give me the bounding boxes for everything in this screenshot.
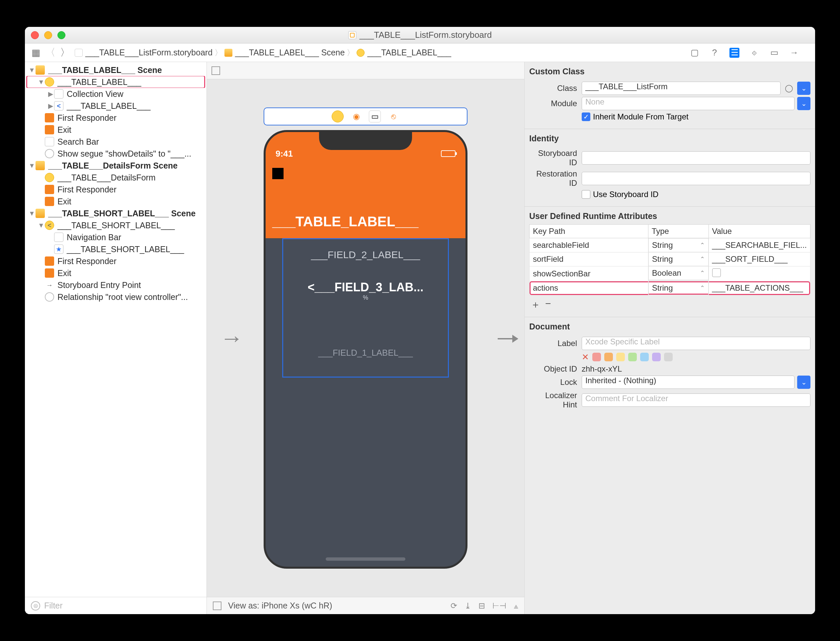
disclosure-icon[interactable]: ▼: [37, 78, 45, 86]
disclosure-icon[interactable]: ▶: [47, 90, 54, 98]
use-storyboard-id-checkbox[interactable]: [582, 190, 590, 199]
disclosure-icon[interactable]: ▼: [37, 222, 45, 229]
outline-row[interactable]: ▶<___TABLE_LABEL___: [25, 100, 207, 112]
outline-row[interactable]: Exit: [25, 267, 207, 279]
runtime-keypath[interactable]: sortField: [530, 252, 648, 266]
outline-row[interactable]: Show segue "showDetails" to "___...: [25, 148, 207, 159]
lock-select[interactable]: Inherited - (Nothing): [582, 375, 795, 389]
outline-row[interactable]: ▶Collection View: [25, 88, 207, 100]
runtime-keypath[interactable]: showSectionBar: [530, 266, 648, 281]
search-bar-dock-icon[interactable]: ▭: [369, 111, 381, 122]
outline-row[interactable]: ★___TABLE_SHORT_LABEL___: [25, 243, 207, 255]
runtime-type[interactable]: String⌃: [648, 252, 709, 266]
disclosure-icon[interactable]: ▼: [28, 162, 36, 169]
runtime-row[interactable]: showSectionBarBoolean⌃: [530, 266, 811, 281]
label-color-swatch[interactable]: [628, 353, 637, 361]
connections-inspector-icon[interactable]: →: [789, 48, 799, 58]
runtime-keypath[interactable]: actions: [530, 281, 648, 295]
runtime-row[interactable]: actionsString⌃___TABLE_ACTIONS___: [530, 281, 811, 295]
outline-row[interactable]: ▼___TABLE___DetailsForm Scene: [25, 159, 207, 172]
outline-row[interactable]: Search Bar: [25, 136, 207, 148]
canvas-body[interactable]: → ◉ ▭ ⎋ 9:41: [207, 79, 524, 597]
runtime-bool-checkbox[interactable]: [712, 268, 721, 277]
runtime-remove-button[interactable]: −: [545, 298, 551, 312]
outline-row[interactable]: First Responder: [25, 255, 207, 267]
outline-row[interactable]: Exit: [25, 195, 207, 207]
disclosure-icon[interactable]: ▼: [28, 210, 36, 217]
outline-row[interactable]: ▼<___TABLE_SHORT_LABEL___: [25, 219, 207, 231]
scene-dock[interactable]: ◉ ▭ ⎋: [263, 108, 467, 126]
label-color-swatch[interactable]: [640, 353, 649, 361]
breadcrumb-item[interactable]: ___TABLE_LABEL___: [357, 48, 451, 57]
nav-forward-button[interactable]: 〉: [60, 48, 70, 58]
col-keypath[interactable]: Key Path: [530, 225, 648, 238]
runtime-type[interactable]: Boolean⌃: [648, 266, 709, 280]
identity-inspector-icon[interactable]: ☰: [729, 48, 740, 58]
restoration-id-field[interactable]: [582, 172, 811, 185]
view-as-label[interactable]: View as: iPhone Xs (wC hR): [228, 601, 332, 610]
runtime-value[interactable]: [709, 266, 810, 281]
label-color-swatch[interactable]: [664, 353, 673, 361]
file-inspector-icon[interactable]: ▢: [690, 48, 699, 58]
outline-row[interactable]: ▼___TABLE_LABEL___ Scene: [25, 64, 207, 76]
align-icon[interactable]: ⊟: [478, 601, 485, 610]
runtime-type[interactable]: String⌃: [648, 238, 709, 252]
outline-row[interactable]: ▼___TABLE_LABEL___: [25, 76, 207, 88]
device-frame[interactable]: 9:41 ___TABLE_LABEL___ ___FIELD_2_LABEL_…: [263, 130, 467, 569]
pin-icon[interactable]: ⊢⊣: [493, 601, 506, 610]
label-color-none-icon[interactable]: ✕: [582, 352, 589, 362]
breadcrumb-item[interactable]: ___TABLE_LABEL___ Scene: [225, 48, 345, 57]
class-dropdown-icon[interactable]: ⌄: [797, 82, 811, 95]
disclosure-icon[interactable]: ▶: [47, 102, 54, 110]
runtime-keypath[interactable]: searchableField: [530, 238, 648, 253]
storyboard-id-field[interactable]: [582, 151, 811, 164]
first-responder-icon[interactable]: ◉: [350, 111, 362, 122]
module-field[interactable]: None: [582, 97, 795, 110]
runtime-add-button[interactable]: ＋: [531, 298, 541, 312]
nav-back-button[interactable]: 〈: [45, 48, 55, 58]
class-field[interactable]: ___TABLE___ListForm: [582, 82, 780, 95]
outline-row[interactable]: ___TABLE___DetailsForm: [25, 172, 207, 184]
runtime-type[interactable]: String⌃: [648, 281, 709, 295]
outline-row[interactable]: First Responder: [25, 112, 207, 124]
lock-dropdown-icon[interactable]: ⌄: [797, 375, 811, 389]
runtime-value[interactable]: ___SORT_FIELD___: [709, 252, 810, 266]
class-clear-icon[interactable]: ◯: [783, 82, 795, 95]
outline-row[interactable]: Exit: [25, 124, 207, 136]
runtime-value[interactable]: ___TABLE_ACTIONS___: [709, 281, 810, 295]
localizer-field[interactable]: Comment For Localizer: [582, 393, 811, 407]
attributes-inspector-icon[interactable]: ⟐: [750, 48, 759, 58]
outline-row[interactable]: ▼___TABLE_SHORT_LABEL___ Scene: [25, 207, 207, 219]
inherit-module-checkbox[interactable]: ✓: [582, 113, 590, 121]
outline-row[interactable]: Relationship "root view controller"...: [25, 291, 207, 303]
runtime-row[interactable]: searchableFieldString⌃___SEARCHABLE_FIEL…: [530, 238, 811, 253]
exit-dock-icon[interactable]: ⎋: [388, 111, 399, 122]
related-items-icon[interactable]: ▦: [31, 48, 41, 58]
viewcontroller-icon[interactable]: [332, 111, 344, 122]
prototype-cell[interactable]: ___FIELD_2_LABEL___ <___FIELD_3_LAB... %…: [282, 238, 449, 378]
runtime-table[interactable]: Key Path Type Value searchableFieldStrin…: [529, 224, 811, 295]
outline-row[interactable]: First Responder: [25, 184, 207, 195]
outline-row[interactable]: Navigation Bar: [25, 231, 207, 243]
breadcrumb-item[interactable]: ___TABLE___ListForm.storyboard: [75, 48, 213, 57]
filter-placeholder[interactable]: Filter: [44, 601, 200, 610]
runtime-value[interactable]: ___SEARCHABLE_FIEL...: [709, 238, 810, 253]
col-type[interactable]: Type: [648, 225, 709, 238]
outline-tree[interactable]: ▼___TABLE_LABEL___ Scene▼___TABLE_LABEL_…: [25, 62, 207, 597]
runtime-row[interactable]: sortFieldString⌃___SORT_FIELD___: [530, 252, 811, 266]
label-color-swatch[interactable]: [604, 353, 613, 361]
size-inspector-icon[interactable]: ▭: [769, 48, 779, 58]
disclosure-icon[interactable]: ▼: [28, 66, 36, 74]
update-frames-icon[interactable]: ⟳: [451, 601, 457, 610]
label-color-swatch[interactable]: [652, 353, 661, 361]
col-value[interactable]: Value: [709, 225, 810, 238]
layout-toggle-icon[interactable]: [213, 602, 221, 610]
help-inspector-icon[interactable]: ?: [709, 48, 719, 58]
outline-row[interactable]: →Storyboard Entry Point: [25, 279, 207, 291]
outline-toggle-icon[interactable]: [212, 66, 220, 75]
label-color-swatch[interactable]: [616, 353, 625, 361]
embed-icon[interactable]: ⤓: [465, 601, 471, 610]
label-color-swatch[interactable]: [592, 353, 601, 361]
label-field[interactable]: Xcode Specific Label: [582, 337, 811, 350]
module-dropdown-icon[interactable]: ⌄: [797, 97, 811, 110]
